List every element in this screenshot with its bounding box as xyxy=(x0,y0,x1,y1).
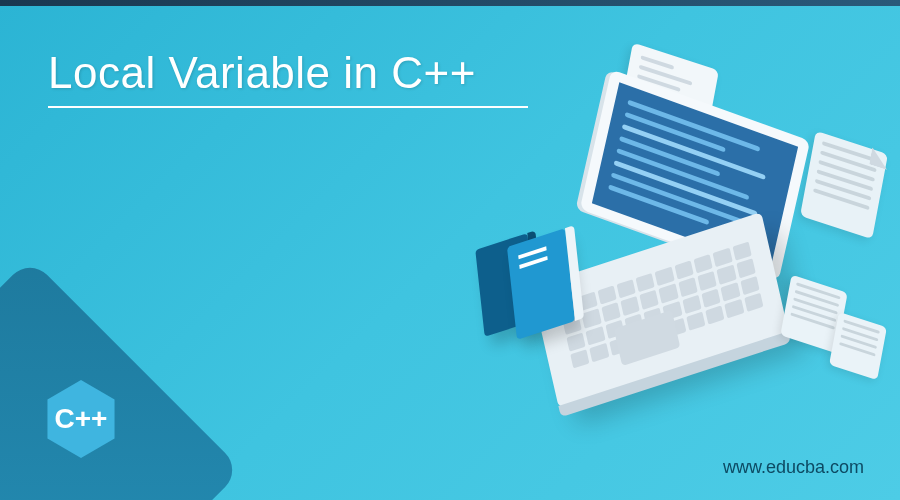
hexagon-icon: C++ xyxy=(42,380,120,458)
hero-illustration xyxy=(450,60,870,400)
tutorial-banner: Local Variable in C++ C++ xyxy=(0,0,900,500)
page-title: Local Variable in C++ xyxy=(48,48,476,98)
book-light-icon xyxy=(507,228,575,340)
small-card-icon xyxy=(829,312,887,380)
cpp-badge-label: C++ xyxy=(55,403,108,435)
document-page-icon xyxy=(800,131,888,239)
cpp-logo-badge: C++ xyxy=(40,378,122,460)
top-accent-border xyxy=(0,0,900,6)
website-url-label: www.educba.com xyxy=(723,457,864,478)
